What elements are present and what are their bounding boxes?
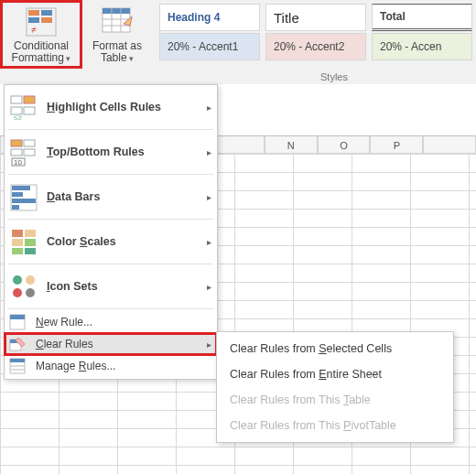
style-heading4[interactable]: Heading 4 [159, 4, 260, 31]
submenu-arrow-icon: ▸ [203, 102, 211, 113]
ribbon: ≠ Conditional Formatting Format as Table [0, 0, 476, 85]
clear-rules-selected-cells[interactable]: Clear Rules from Selected Cells [217, 336, 453, 361]
svg-point-34 [13, 275, 22, 285]
svg-rect-7 [103, 8, 130, 14]
menu-top-bottom-rules[interactable]: 10 Top/Bottom Rules ▸ [5, 132, 217, 172]
menu-separator [8, 219, 213, 220]
menu-data-bars-label: Data Bars [47, 190, 203, 203]
style-accent3[interactable]: 20% - Accen [372, 33, 472, 60]
svg-rect-13 [24, 96, 35, 103]
svg-rect-2 [41, 10, 52, 16]
menu-color-scales[interactable]: Color Scales ▸ [5, 221, 217, 262]
data-bars-icon [8, 181, 39, 212]
svg-rect-1 [28, 10, 39, 16]
conditional-formatting-icon: ≠ [25, 5, 58, 38]
menu-separator [8, 129, 213, 130]
svg-text:≠: ≠ [31, 25, 37, 35]
menu-manage-rules-label: Manage Rules... [36, 360, 211, 372]
highlight-cells-icon: ≤≥ [8, 92, 39, 123]
submenu-arrow-icon: ▸ [203, 147, 211, 157]
conditional-formatting-label2: Formatting [12, 51, 64, 64]
svg-rect-17 [11, 140, 22, 146]
menu-new-rule-label: New Rule... [36, 316, 211, 329]
menu-clear-rules-label: Clear Rules [36, 338, 203, 350]
new-rule-icon [8, 313, 27, 331]
svg-rect-12 [11, 96, 22, 103]
menu-top-bottom-label: Top/Bottom Rules [47, 145, 203, 158]
menu-separator [8, 174, 213, 175]
svg-rect-19 [11, 149, 22, 156]
style-accent2[interactable]: 20% - Accent2 [265, 33, 366, 60]
svg-rect-3 [28, 17, 39, 23]
format-as-table-button[interactable]: Format as Table [84, 2, 150, 67]
svg-rect-26 [12, 205, 19, 210]
conditional-formatting-label1: Conditional [14, 39, 69, 52]
column-header[interactable] [211, 135, 265, 154]
menu-clear-rules[interactable]: Clear Rules ▸ [5, 333, 217, 355]
format-as-table-label2: Table [101, 51, 127, 64]
svg-rect-24 [12, 192, 23, 197]
column-header[interactable]: N [265, 135, 318, 154]
menu-highlight-label: Highlight Cells Rules [47, 101, 203, 113]
svg-rect-31 [25, 239, 36, 246]
svg-rect-20 [24, 149, 35, 156]
menu-icon-sets-label: Icon Sets [47, 280, 203, 293]
icon-sets-icon [8, 271, 39, 302]
format-as-table-label1: Format as [92, 39, 142, 52]
conditional-formatting-button[interactable]: ≠ Conditional Formatting [2, 2, 81, 67]
menu-data-bars[interactable]: Data Bars ▸ [5, 177, 217, 217]
svg-rect-28 [12, 230, 23, 237]
svg-point-35 [26, 275, 35, 285]
clear-rules-this-pivottable: Clear Rules from This PivotTable [217, 413, 453, 438]
svg-text:10: 10 [14, 158, 22, 167]
svg-rect-39 [10, 315, 25, 319]
manage-rules-icon [8, 357, 27, 375]
menu-color-scales-label: Color Scales [47, 235, 203, 248]
menu-separator [8, 264, 213, 264]
clear-rules-submenu: Clear Rules from Selected Cells Clear Ru… [216, 331, 454, 443]
cell-styles-gallery[interactable]: Heading 4 Title Total 20% - Accent1 20% … [152, 0, 476, 60]
menu-icon-sets[interactable]: Icon Sets ▸ [5, 266, 217, 307]
clear-rules-icon [8, 335, 27, 353]
svg-rect-30 [12, 239, 23, 246]
svg-text:≤≥: ≤≥ [14, 113, 22, 122]
menu-manage-rules[interactable]: Manage Rules... [5, 355, 217, 377]
svg-rect-32 [12, 248, 23, 254]
submenu-arrow-icon: ▸ [203, 339, 211, 350]
svg-rect-18 [24, 140, 35, 146]
column-header[interactable]: O [318, 135, 371, 154]
menu-separator [8, 308, 213, 309]
color-scales-icon [8, 226, 39, 257]
svg-rect-43 [10, 359, 25, 362]
submenu-arrow-icon: ▸ [203, 282, 211, 292]
ribbon-group-label-styles: Styles [320, 71, 348, 82]
format-as-table-icon [101, 5, 134, 38]
clear-rules-entire-sheet[interactable]: Clear Rules from Entire Sheet [217, 361, 453, 387]
style-total[interactable]: Total [372, 4, 472, 31]
clear-rules-this-table: Clear Rules from This Table [217, 387, 453, 413]
svg-rect-23 [12, 186, 30, 190]
column-header[interactable]: P [370, 135, 423, 154]
column-header[interactable] [423, 135, 476, 154]
svg-point-37 [26, 288, 35, 297]
svg-rect-15 [24, 107, 35, 114]
svg-rect-29 [25, 230, 36, 237]
submenu-arrow-icon: ▸ [203, 237, 211, 247]
svg-rect-4 [41, 17, 52, 23]
style-accent1[interactable]: 20% - Accent1 [159, 33, 260, 60]
svg-rect-33 [25, 248, 36, 254]
svg-point-36 [13, 288, 22, 297]
menu-highlight-cells-rules[interactable]: ≤≥ Highlight Cells Rules ▸ [5, 87, 217, 127]
top-bottom-icon: 10 [8, 136, 39, 167]
svg-rect-25 [12, 199, 36, 203]
style-title[interactable]: Title [265, 4, 366, 31]
conditional-formatting-menu: ≤≥ Highlight Cells Rules ▸ 10 Top/Bottom… [4, 84, 218, 380]
menu-new-rule[interactable]: New Rule... [5, 311, 217, 333]
submenu-arrow-icon: ▸ [203, 192, 211, 202]
